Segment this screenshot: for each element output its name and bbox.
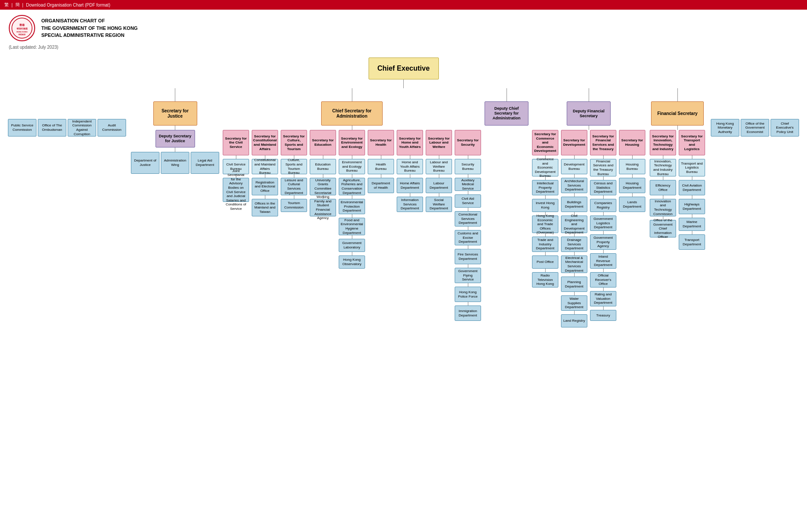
joint-secretariat: Joint Secretariat for the Advisory Bodie…: [223, 178, 249, 202]
electrical-mechanical: Electrical & Mechanical Services Departm…: [561, 255, 587, 273]
agriculture-fisheries: Agriculture, Fisheries and Conservation …: [339, 178, 365, 195]
deputy-financial-secretary: Deputy Financial Secretary: [567, 101, 611, 126]
security-bureau: Security Bureau: [455, 159, 481, 174]
sec-commerce: Secretary for Commerce and Economic Deve…: [532, 130, 558, 155]
rating-valuation: Rating and Valuation Department: [590, 291, 616, 306]
innovation-col: Secretary for Innovation, Technology and…: [650, 130, 676, 237]
civil-aviation: Civil Aviation Department: [679, 180, 705, 195]
sec-civil-service: Secretary for the Civil Service: [223, 130, 249, 155]
fire-services: Fire Services Department: [455, 249, 481, 264]
security-col: Secretary for Security Security Bureau A…: [455, 130, 481, 321]
constitutional-col: Secretary for Constitutional and Mainlan…: [252, 130, 278, 216]
svg-text:HONG KONG: HONG KONG: [16, 31, 27, 33]
highways-dept: Highways Department: [679, 199, 705, 214]
sec-financial-services: Secretary for Financial Services and the…: [590, 130, 616, 155]
transport-dept: Transport Department: [679, 234, 705, 250]
chief-executive-box: Chief Executive: [369, 58, 439, 79]
efficiency-office: Efficiency Office: [650, 180, 676, 195]
office-govt-economist: Office of the Government Economist: [741, 119, 769, 137]
home-affairs-dept: Home Affairs Department: [397, 178, 423, 193]
deputy-chief-secretary: Deputy Chief Secretary for Administratio…: [485, 101, 528, 126]
education-bureau: Education Bureau: [310, 159, 336, 174]
secretary-justice: Secretary for Justice: [153, 101, 197, 126]
sec-development: Secretary for Development: [561, 130, 587, 155]
food-environ-hygiene: Food and Environmental Hygiene Departmen…: [339, 218, 365, 235]
office-ombudsman: Office of The Ombudsman: [38, 119, 66, 137]
last-updated: (Last updated: July 2023): [0, 43, 807, 53]
social-welfare-dept: Social Welfare Department: [426, 197, 452, 212]
post-office: Post Office: [532, 255, 558, 269]
sec-education: Secretary for Education: [310, 130, 336, 155]
hk-monetary: Hong Kong Monetary Authority: [711, 119, 739, 137]
architectural-services: Architectural Services Department: [561, 178, 587, 193]
govt-property: Government Property Agency: [590, 234, 616, 250]
auxiliary-medical: Auxiliary Medical Service: [455, 178, 481, 191]
sec-home-youth: Secretary for Home and Youth Affairs: [397, 130, 423, 155]
dept-health: Department of Health: [368, 178, 394, 193]
download-link[interactable]: Download Organisation Chart (PDF format): [26, 3, 110, 7]
labour-bureau: Labour and Welfare Bureau: [426, 159, 452, 174]
housing-col: Secretary for Housing Housing Bureau Hou…: [619, 130, 645, 212]
administration-wing: Administration Wing: [161, 152, 189, 174]
main-chart: Public Service Commission Office of The …: [4, 88, 803, 327]
housing-dept: Housing Department: [619, 178, 645, 193]
sec-constitutional: Secretary for Constitutional and Mainlan…: [252, 130, 278, 155]
health-col: Secretary for Health Health Bureau Depar…: [368, 130, 394, 193]
university-grants: University Grants Committee Secretariat: [310, 178, 336, 195]
financial-secretary-group: Financial Secretary Secretary for Innova…: [649, 88, 706, 250]
drainage-services: Drainage Services Department: [561, 237, 587, 252]
lang-trad[interactable]: 繁: [4, 2, 9, 8]
education-col: Secretary for Education Education Bureau…: [310, 130, 336, 216]
dep-chief-sec-group: Deputy Chief Secretary for Administratio…: [485, 88, 528, 126]
separator2: |: [22, 3, 24, 7]
housing-bureau: Housing Bureau: [619, 159, 645, 174]
public-service-commission: Public Service Commission: [8, 119, 36, 137]
civil-engineering: Civil Engineering and Development Depart…: [561, 216, 587, 233]
development-col: Secretary for Development Development Bu…: [561, 130, 587, 327]
civil-service-col: Secretary for the Civil Service Civil Se…: [223, 130, 249, 202]
transport-bureau: Transport and Logistics Bureau: [679, 159, 705, 176]
environment-col: Secretary for Environment and Ecology En…: [339, 130, 365, 269]
chart-container[interactable]: Chief Executive Public S: [0, 53, 807, 341]
fin-services-col: Secretary for Financial Services and the…: [590, 130, 616, 321]
immigration-dept: Immigration Department: [455, 306, 481, 321]
sec-innovation: Secretary for Innovation, Technology and…: [650, 130, 676, 155]
hk-economic-trade: Hong Kong Economic and Trade Offices (Ov…: [532, 216, 558, 233]
lands-dept: Lands Department: [619, 197, 645, 212]
financial-services-bureau: Financial Services and the Treasury Bure…: [590, 159, 616, 176]
lang-simplified[interactable]: 簡: [15, 2, 20, 8]
civil-aid-service: Civil Aid Service: [455, 194, 481, 208]
svg-text:特別行政區: 特別行政區: [16, 27, 28, 30]
leisure-cultural: Leisure and Cultural Services Department: [281, 178, 307, 195]
svg-text:香港: 香港: [19, 23, 25, 26]
environment-bureau: Environment and Ecology Bureau: [339, 159, 365, 174]
innovation-bureau: Innovation, Technology and Industry Bure…: [650, 159, 676, 176]
marine-dept: Marine Department: [679, 218, 705, 231]
sec-transport: Secretary for Transport and Logistics: [679, 130, 705, 155]
left-advisory: Public Service Commission Office of The …: [8, 119, 126, 137]
deputy-secretary-justice: Deputy Secretary for Justice: [156, 130, 195, 147]
labour-dept: Labour Department: [426, 178, 452, 193]
ce-level: Chief Executive: [4, 58, 803, 88]
org-chart: Chief Executive Public S: [4, 58, 803, 327]
sec-labour: Secretary for Labour and Welfare: [426, 130, 452, 155]
tourism-commission: Tourism Commission: [281, 199, 307, 212]
health-bureau: Health Bureau: [368, 159, 394, 174]
top-bar: 繁 | 簡 | Download Organisation Chart (PDF…: [0, 0, 807, 10]
culture-col: Secretary for Culture, Sports and Touris…: [281, 130, 307, 212]
radio-tv-hk: Radio Television Hong Kong: [532, 272, 558, 288]
dept-justice: Department of Justice: [131, 152, 159, 174]
correctional-services: Correctional Services Department: [455, 211, 481, 226]
financial-secretary: Financial Secretary: [651, 101, 704, 126]
right-advisory: Hong Kong Monetary Authority Office of t…: [711, 119, 799, 137]
offices-mainland-taiwan: Offices in the Mainland and Taiwan: [252, 199, 278, 216]
customs-excise: Customs and Excise Department: [455, 230, 481, 245]
sec-environment: Secretary for Environment and Ecology: [339, 130, 365, 155]
companies-registry: Companies Registry: [590, 199, 616, 212]
hk-observatory: Hong Kong Observatory: [339, 255, 365, 269]
home-youth-bureau: Home and Youth Affairs Bureau: [397, 159, 423, 174]
sec-health: Secretary for Health: [368, 130, 394, 155]
separator1: |: [11, 3, 13, 7]
home-youth-col: Secretary for Home and Youth Affairs Hom…: [397, 130, 423, 212]
water-supplies: Water Supplies Department: [561, 295, 587, 311]
